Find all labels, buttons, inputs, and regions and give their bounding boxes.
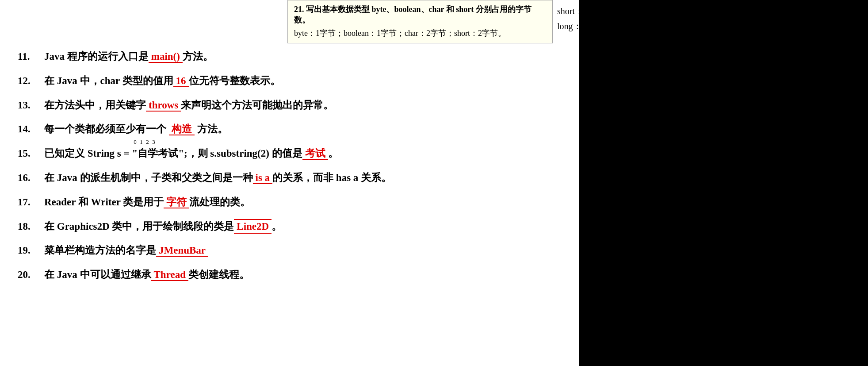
- q11-text: Java 程序的运行入口是main()方法。: [44, 49, 562, 65]
- q15-string: 0 1 2 3 "自学考试";: [132, 146, 187, 162]
- q14-number: 14.: [18, 121, 44, 138]
- q17-text: Reader 和 Writer 类是用于字符流处理的类。: [44, 194, 562, 211]
- q17-answer: 字符: [164, 196, 189, 208]
- q18-answer: Line2D: [234, 219, 271, 234]
- q21-side-note: short：2字节；int：4字节；float：4字节； long：8字节；do…: [557, 4, 734, 34]
- question-11: 11. Java 程序的运行入口是main()方法。: [18, 49, 562, 65]
- q18-text: 在 Graphics2D 类中，用于绘制线段的类是Line2D。: [44, 219, 562, 235]
- q16-text: 在 Java 的派生机制中，子类和父类之间是一种is a的关系，而非 has a…: [44, 170, 562, 186]
- q14-text: 每一个类都必须至少有一个 构造 方法。: [44, 121, 562, 138]
- question-13: 13. 在方法头中，用关键字throws来声明这个方法可能抛出的异常。: [18, 97, 562, 114]
- question-15: 15. 已知定义 String s = 0 1 2 3 "自学考试"; ，则 s…: [18, 146, 562, 162]
- q21-title: 21. 写出基本数据类型 byte、boolean、char 和 short 分…: [294, 4, 546, 25]
- question-16: 16. 在 Java 的派生机制中，子类和父类之间是一种is a的关系，而非 h…: [18, 170, 562, 186]
- q21-popup: 21. 写出基本数据类型 byte、boolean、char 和 short 分…: [287, 0, 553, 43]
- q20-number: 20.: [18, 267, 44, 283]
- q12-text: 在 Java 中，char 类型的值用16位无符号整数表示。: [44, 73, 562, 89]
- q16-number: 16.: [18, 170, 44, 186]
- question-12: 12. 在 Java 中，char 类型的值用16位无符号整数表示。: [18, 73, 562, 89]
- q13-answer: throws: [146, 100, 181, 112]
- q15-number: 15.: [18, 146, 44, 162]
- q19-text: 菜单栏构造方法的名字是JMenuBar: [44, 243, 562, 259]
- q16-answer: is a: [253, 172, 273, 184]
- q14-answer: 构造: [169, 123, 195, 135]
- q12-answer: 16: [173, 75, 189, 87]
- q19-answer: JMenuBar: [156, 245, 208, 257]
- question-19: 19. 菜单栏构造方法的名字是JMenuBar: [18, 243, 562, 259]
- q18-number: 18.: [18, 219, 44, 235]
- q13-text: 在方法头中，用关键字throws来声明这个方法可能抛出的异常。: [44, 97, 562, 114]
- q17-number: 17.: [18, 194, 44, 211]
- q15-answer: 考试: [302, 148, 328, 160]
- question-18: 18. 在 Graphics2D 类中，用于绘制线段的类是Line2D。: [18, 219, 562, 235]
- q13-number: 13.: [18, 97, 44, 114]
- q11-answer: main(): [149, 51, 183, 63]
- q21-side-line2: long：8字节；double：8字节: [557, 19, 734, 34]
- q11-number: 11.: [18, 49, 44, 65]
- q12-number: 12.: [18, 73, 44, 89]
- q21-row1: byte：1字节；boolean：1字节；char：2字节；short：2字节。: [294, 28, 546, 39]
- question-20: 20. 在 Java 中可以通过继承Thread类创建线程。: [18, 267, 562, 283]
- question-17: 17. Reader 和 Writer 类是用于字符流处理的类。: [18, 194, 562, 211]
- q19-number: 19.: [18, 243, 44, 259]
- q15-text: 已知定义 String s = 0 1 2 3 "自学考试"; ，则 s.sub…: [44, 146, 562, 162]
- q21-side-line1: short：2字节；int：4字节；float：4字节；: [557, 4, 734, 19]
- q20-answer: Thread: [151, 269, 188, 281]
- q20-text: 在 Java 中可以通过继承Thread类创建线程。: [44, 267, 562, 283]
- question-14: 14. 每一个类都必须至少有一个 构造 方法。: [18, 121, 562, 138]
- q15-index-row: 0 1 2 3: [132, 138, 157, 147]
